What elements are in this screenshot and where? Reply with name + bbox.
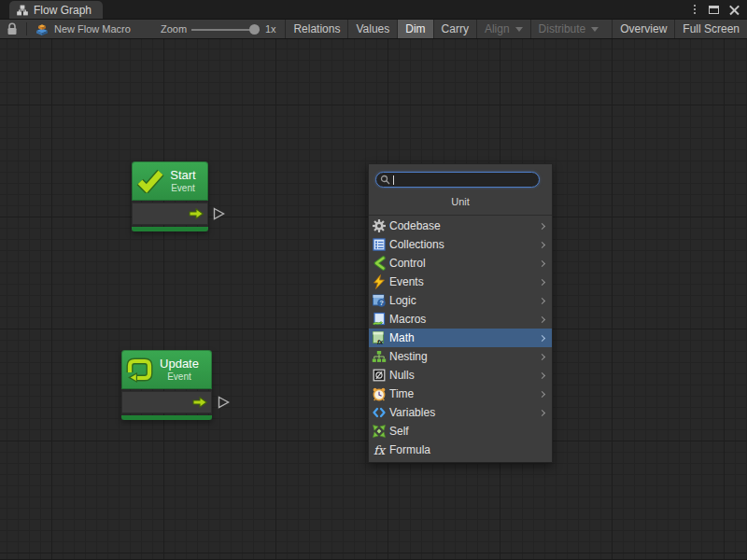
unit-finder-menu: Unit Codebase: [368, 163, 553, 463]
self-icon: [372, 424, 387, 439]
question-panel-icon: ?: [372, 293, 387, 308]
menu-item-nulls[interactable]: Nulls: [369, 366, 552, 385]
menu-item-control[interactable]: Control: [369, 254, 552, 273]
output-port-icon[interactable]: [192, 397, 207, 408]
zoom-value: 1x: [265, 20, 276, 38]
values-button[interactable]: Values: [347, 20, 397, 38]
submenu-chevron-icon: [539, 334, 545, 341]
close-icon[interactable]: [729, 5, 740, 15]
menu-item-logic[interactable]: ? Logic: [369, 291, 552, 310]
finder-header: Unit: [369, 188, 552, 216]
menu-item-time[interactable]: Time: [369, 385, 552, 403]
fx-panel-icon: fx: [372, 330, 387, 345]
menu-item-collections[interactable]: Collections: [369, 235, 552, 254]
svg-text:fx: fx: [374, 443, 387, 457]
finder-list: Codebase Collections: [369, 216, 552, 459]
submenu-chevron-icon: [539, 315, 545, 322]
title-bar: Flow Graph: [0, 0, 747, 19]
text-caret: [393, 175, 394, 185]
submenu-chevron-icon: [539, 371, 545, 378]
null-icon: [372, 368, 387, 383]
loop-icon: [126, 357, 153, 383]
flow-macro-icon: [35, 20, 49, 38]
graph-toolbar: New Flow Macro Zoom 1x Relations Values …: [0, 19, 747, 39]
angle-brackets-icon: [372, 405, 387, 420]
flow-graph-icon: [17, 5, 28, 16]
window-menu-icon[interactable]: [692, 3, 698, 16]
menu-item-codebase[interactable]: Codebase: [369, 217, 552, 235]
menu-item-events[interactable]: Events: [369, 273, 552, 291]
submenu-chevron-icon: [539, 297, 545, 303]
hierarchy-icon: [372, 349, 387, 364]
update-event-node[interactable]: Update Event: [121, 350, 212, 420]
search-field[interactable]: [375, 172, 540, 188]
toolbar-divider: [26, 22, 27, 35]
menu-item-self[interactable]: Self: [369, 422, 552, 441]
branch-icon: [372, 256, 387, 271]
zoom-label: Zoom: [161, 20, 187, 38]
macro-name-label[interactable]: New Flow Macro: [54, 20, 131, 38]
distribute-button[interactable]: Distribute: [530, 20, 607, 38]
node-subtitle: Event: [164, 183, 202, 194]
invoke-triangle-icon[interactable]: [213, 207, 225, 220]
start-event-node[interactable]: Start Event: [132, 161, 208, 231]
menu-item-math[interactable]: fx Math: [369, 329, 552, 347]
output-port-icon[interactable]: [189, 208, 204, 219]
submenu-chevron-icon: [539, 241, 545, 247]
gear-icon: [372, 218, 387, 233]
graph-canvas[interactable]: Start Event: [0, 39, 747, 559]
formula-icon: fx: [372, 442, 387, 457]
dim-button[interactable]: Dim: [397, 20, 432, 38]
tab-flow-graph[interactable]: Flow Graph: [9, 1, 103, 19]
invoke-triangle-icon[interactable]: [218, 396, 230, 409]
submenu-chevron-icon: [539, 409, 545, 415]
svg-text:fx: fx: [377, 339, 384, 345]
menu-item-formula[interactable]: fx Formula: [369, 441, 552, 459]
submenu-chevron-icon: [539, 353, 545, 359]
list-icon: [372, 237, 387, 252]
menu-item-macros[interactable]: Macros: [369, 310, 552, 329]
search-icon: [380, 175, 390, 185]
align-button[interactable]: Align: [476, 20, 530, 38]
node-title: Start: [164, 169, 202, 183]
chevron-down-icon: [515, 27, 523, 32]
scroll-icon: [372, 312, 387, 327]
maximize-icon[interactable]: [708, 3, 719, 16]
carry-button[interactable]: Carry: [433, 20, 476, 38]
node-subtitle: Event: [153, 371, 205, 383]
lightning-icon: [372, 274, 387, 289]
flow-graph-window: Flow Graph New Flow Macro: [0, 0, 747, 560]
search-input[interactable]: [390, 174, 533, 186]
submenu-chevron-icon: [539, 390, 545, 397]
window-controls: [692, 0, 740, 19]
check-icon: [136, 169, 164, 193]
submenu-chevron-icon: [539, 222, 545, 229]
full-screen-button[interactable]: Full Screen: [674, 20, 747, 38]
toolbar-buttons: Relations Values Dim Carry Align Distrib…: [285, 20, 747, 38]
menu-item-variables[interactable]: Variables: [369, 403, 552, 422]
overview-button[interactable]: Overview: [612, 20, 674, 38]
lock-icon[interactable]: [7, 20, 18, 38]
node-title: Update: [153, 357, 205, 371]
menu-item-nesting[interactable]: Nesting: [369, 347, 552, 366]
zoom-slider-knob[interactable]: [249, 24, 260, 35]
alarm-clock-icon: [372, 386, 387, 401]
submenu-chevron-icon: [539, 259, 545, 266]
tab-title: Flow Graph: [34, 4, 92, 17]
chevron-down-icon: [591, 27, 599, 32]
relations-button[interactable]: Relations: [285, 20, 347, 38]
svg-text:?: ?: [379, 299, 384, 307]
submenu-chevron-icon: [539, 278, 545, 285]
